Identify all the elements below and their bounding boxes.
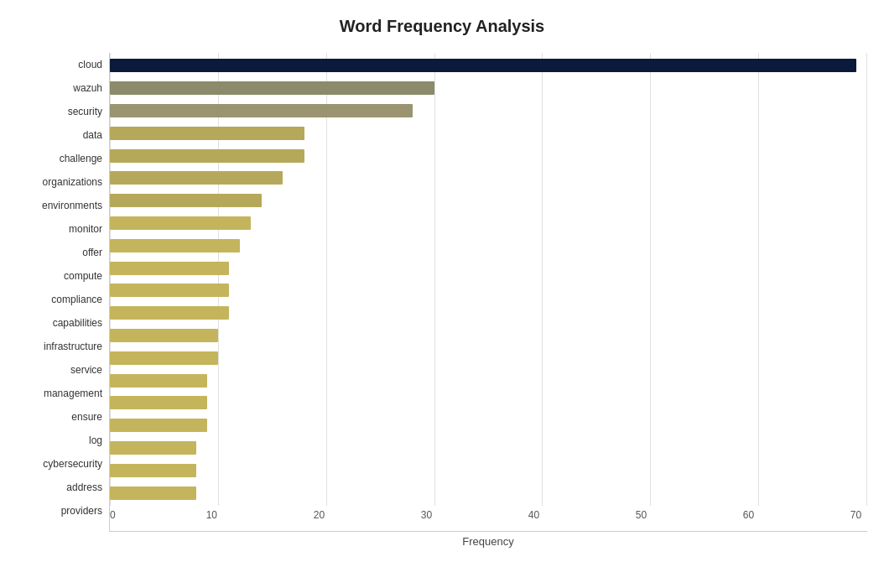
bar-row-compliance [110,282,867,299]
x-tick-0: 0 [110,509,116,521]
bar-row-address [110,462,867,479]
x-axis-labels: 010203040506070 [110,506,867,531]
bar-row-ensure [110,394,867,411]
bar-organizations [110,171,283,185]
y-label-management: management [17,384,102,403]
bar-challenge [110,149,304,163]
bar-row-log [110,417,867,434]
y-label-service: service [17,361,102,379]
bar-cloud [110,59,856,72]
bar-row-monitor [110,215,867,232]
bar-row-compute [110,260,867,277]
bar-row-security [110,102,867,119]
x-tick-50: 50 [636,509,647,521]
bar-address [110,464,196,477]
y-label-log: log [17,431,102,450]
y-label-compliance: compliance [17,290,102,309]
bar-offer [110,239,240,252]
bar-monitor [110,216,251,230]
bar-row-capabilities [110,304,867,321]
y-label-address: address [17,478,102,497]
y-axis-labels: cloudwazuhsecuritydatachallengeorganizat… [17,53,109,548]
bar-capabilities [110,306,229,320]
y-label-challenge: challenge [17,149,102,168]
bar-row-environments [110,192,867,209]
bar-service [110,351,218,365]
bar-wazuh [110,81,434,95]
bar-row-infrastructure [110,327,867,344]
bar-row-wazuh [110,80,867,96]
y-label-providers: providers [17,502,102,520]
x-tick-30: 30 [421,509,432,521]
y-label-compute: compute [17,267,102,285]
bar-row-challenge [110,148,867,164]
bar-providers [110,487,196,500]
bar-compliance [110,284,229,297]
bar-compute [110,262,229,275]
grid-and-bars: 010203040506070 [109,53,867,532]
y-label-infrastructure: infrastructure [17,337,102,356]
bar-row-organizations [110,169,867,186]
bar-row-service [110,350,867,367]
chart-title: Word Frequency Analysis [17,17,867,36]
bar-row-cloud [110,57,867,74]
bar-row-management [110,372,867,389]
y-label-monitor: monitor [17,220,102,238]
y-label-capabilities: capabilities [17,314,102,332]
x-tick-20: 20 [314,509,325,521]
y-label-organizations: organizations [17,173,102,191]
bar-data [110,127,304,140]
chart-container: Word Frequency Analysis cloudwazuhsecuri… [0,0,884,588]
x-tick-10: 10 [206,509,217,521]
bar-row-data [110,125,867,142]
bar-management [110,374,207,388]
y-label-security: security [17,102,102,121]
plot-area: 010203040506070 Frequency [109,53,867,548]
bar-security [110,104,413,117]
y-label-offer: offer [17,243,102,262]
y-label-ensure: ensure [17,408,102,426]
x-axis-title: Frequency [109,535,867,548]
y-label-environments: environments [17,196,102,215]
y-label-wazuh: wazuh [17,79,102,97]
bar-row-providers [110,485,867,502]
bar-infrastructure [110,329,218,342]
chart-area: cloudwazuhsecuritydatachallengeorganizat… [17,53,867,548]
x-tick-40: 40 [528,509,539,521]
bar-row-offer [110,237,867,254]
y-label-data: data [17,126,102,144]
bar-environments [110,194,262,207]
bar-row-cybersecurity [110,440,867,456]
bar-log [110,419,207,432]
bars-wrapper [110,53,867,506]
bar-ensure [110,396,207,409]
x-tick-70: 70 [850,509,861,521]
bar-cybersecurity [110,441,196,455]
y-label-cloud: cloud [17,55,102,74]
y-label-cybersecurity: cybersecurity [17,455,102,473]
x-tick-60: 60 [743,509,754,521]
